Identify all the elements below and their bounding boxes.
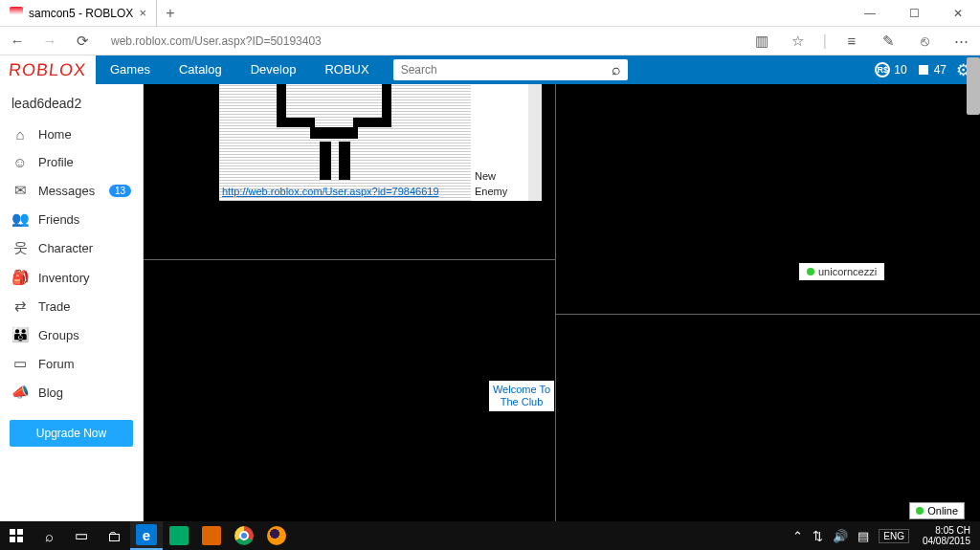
webnote-icon[interactable]: ✎ <box>877 33 900 50</box>
favorite-icon[interactable]: ☆ <box>787 33 810 50</box>
nav-games[interactable]: Games <box>96 55 165 84</box>
taskbar-search-icon[interactable]: ⌕ <box>33 521 65 550</box>
search-input[interactable] <box>393 59 605 80</box>
upgrade-now-button[interactable]: Upgrade Now <box>10 420 133 447</box>
sidebar-username[interactable]: lead6dead2 <box>0 92 143 121</box>
main-nav: Games Catalog Develop ROBUX <box>96 55 384 84</box>
window-close-button[interactable]: ✕ <box>936 0 980 27</box>
sidebar-item-trade[interactable]: ⇄Trade <box>0 292 143 320</box>
back-button[interactable]: ← <box>8 33 27 49</box>
network-icon[interactable]: ⇅ <box>813 529 823 543</box>
windows-taskbar: ⌕ ▭ 🗀 e ⌃ ⇅ 🔊 ▤ ENG 8:05 CH 04/08/2015 <box>0 521 980 550</box>
blog-icon: 📣 <box>11 384 29 401</box>
window-titlebar: samcon5 - ROBLOX × + — ☐ ✕ <box>0 0 980 27</box>
tab-favicon <box>10 7 23 20</box>
tix-icon <box>914 60 933 79</box>
taskbar-clock[interactable]: 8:05 CH 04/08/2015 <box>919 525 974 546</box>
divider <box>144 259 555 260</box>
friend-username: unicorncezzi <box>818 266 877 277</box>
edge-browser-icon[interactable]: e <box>130 521 163 550</box>
profile-blurb-box: New Enemy <box>219 84 542 201</box>
divider <box>555 84 556 521</box>
sidebar-item-character[interactable]: 웃Character <box>0 233 143 263</box>
file-explorer-icon[interactable]: 🗀 <box>98 521 130 550</box>
sidebar-item-blog[interactable]: 📣Blog <box>0 378 143 407</box>
share-icon[interactable]: ⎋ <box>913 33 936 49</box>
blurb-side-column: New Enemy <box>471 84 528 201</box>
chrome-icon[interactable] <box>228 521 260 550</box>
home-icon: ⌂ <box>11 126 29 143</box>
online-dot-icon <box>807 268 814 275</box>
svg-rect-2 <box>10 537 15 542</box>
robux-balance[interactable]: R$ 10 <box>875 62 906 77</box>
tab-close-icon[interactable]: × <box>139 6 146 20</box>
sidebar-item-forum[interactable]: ▭Forum <box>0 349 143 378</box>
ascii-art <box>219 84 471 201</box>
character-icon: 웃 <box>11 239 29 257</box>
online-dot-icon <box>916 507 924 515</box>
site-header: ROBLOX Games Catalog Develop ROBUX ⌕ R$ … <box>0 55 980 84</box>
browser-toolbar: ← → ⟳ web.roblox.com/User.aspx?ID=501934… <box>0 27 980 55</box>
roblox-logo[interactable]: ROBLOX <box>0 55 96 84</box>
profile-link[interactable]: http://web.roblox.com/User.aspx?id=79846… <box>222 186 439 197</box>
search-icon[interactable]: ⌕ <box>605 61 628 78</box>
store-icon[interactable] <box>163 521 195 550</box>
scrollbar[interactable] <box>528 84 542 201</box>
window-minimize-button[interactable]: — <box>848 0 892 27</box>
hub-icon[interactable]: ≡ <box>840 33 863 49</box>
reading-view-icon[interactable]: ▥ <box>750 33 773 50</box>
welcome-club-box[interactable]: Welcome To The Club <box>489 381 554 411</box>
forum-icon: ▭ <box>11 355 29 372</box>
refresh-button[interactable]: ⟳ <box>73 33 92 50</box>
friend-card[interactable]: unicorncezzi <box>799 263 884 280</box>
more-icon[interactable]: ⋯ <box>949 33 972 50</box>
browser-tab[interactable]: samcon5 - ROBLOX × <box>0 0 157 27</box>
inventory-icon: 🎒 <box>11 269 29 286</box>
firefox-icon[interactable] <box>260 521 293 550</box>
sidebar-item-messages[interactable]: ✉Messages13 <box>0 176 143 205</box>
volume-icon[interactable]: 🔊 <box>833 529 848 543</box>
new-tab-button[interactable]: + <box>157 5 184 22</box>
left-sidebar: lead6dead2 ⌂Home ☺Profile ✉Messages13 👥F… <box>0 84 144 521</box>
action-center-icon[interactable]: ▤ <box>858 529 869 543</box>
messages-badge: 13 <box>109 185 131 197</box>
language-indicator[interactable]: ENG <box>879 529 909 543</box>
online-status-pill[interactable]: Online <box>909 502 965 519</box>
profile-content: New Enemy http://web.roblox.com/User.asp… <box>144 84 980 521</box>
nav-robux[interactable]: ROBUX <box>310 55 383 84</box>
profile-icon: ☺ <box>11 154 29 170</box>
tab-title: samcon5 - ROBLOX <box>29 7 133 20</box>
sidebar-item-home[interactable]: ⌂Home <box>0 121 143 148</box>
friends-icon: 👥 <box>11 210 29 228</box>
svg-rect-3 <box>17 537 23 542</box>
sidebar-item-inventory[interactable]: 🎒Inventory <box>0 263 143 292</box>
svg-rect-0 <box>10 529 15 535</box>
tray-chevron-up-icon[interactable]: ⌃ <box>792 529 803 543</box>
svg-rect-1 <box>17 529 23 535</box>
robux-icon: R$ <box>875 62 890 77</box>
groups-icon: 👪 <box>11 326 29 343</box>
sidebar-item-groups[interactable]: 👪Groups <box>0 320 143 349</box>
address-bar[interactable]: web.roblox.com/User.aspx?ID=50193403 <box>105 34 737 48</box>
divider <box>556 314 980 315</box>
trade-icon: ⇄ <box>11 297 29 315</box>
messages-icon: ✉ <box>11 182 29 199</box>
nav-catalog[interactable]: Catalog <box>165 55 236 84</box>
nav-develop[interactable]: Develop <box>236 55 311 84</box>
sidebar-item-profile[interactable]: ☺Profile <box>0 148 143 176</box>
page-scrollbar[interactable] <box>967 57 980 115</box>
system-tray: ⌃ ⇅ 🔊 ▤ ENG 8:05 CH 04/08/2015 <box>792 525 980 546</box>
task-view-icon[interactable]: ▭ <box>65 521 98 550</box>
video-app-icon[interactable] <box>195 521 228 550</box>
start-button[interactable] <box>0 521 33 550</box>
sidebar-item-friends[interactable]: 👥Friends <box>0 205 143 233</box>
tix-balance[interactable]: 47 <box>917 63 947 77</box>
window-maximize-button[interactable]: ☐ <box>892 0 936 27</box>
forward-button[interactable]: → <box>40 33 59 49</box>
search-box[interactable]: ⌕ <box>393 59 628 80</box>
